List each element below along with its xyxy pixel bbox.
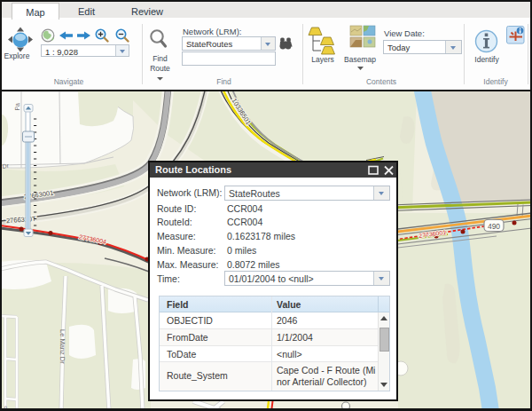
svg-text:Le Manz Dr: Le Manz Dr bbox=[59, 329, 66, 364]
svg-text:Pa: Pa bbox=[14, 103, 20, 111]
svg-text:490: 490 bbox=[488, 222, 500, 231]
